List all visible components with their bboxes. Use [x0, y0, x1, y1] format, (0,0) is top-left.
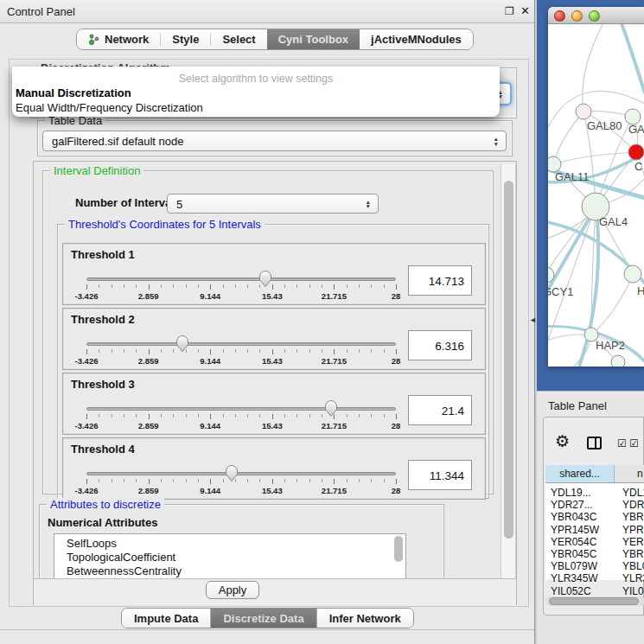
node-h[interactable]	[624, 265, 641, 283]
slider-tick	[284, 284, 285, 288]
table-row[interactable]: YBR045C	[551, 548, 596, 560]
tab-jactivemnodules[interactable]: jActiveMNodules	[360, 29, 473, 49]
table-row[interactable]: YER0	[622, 536, 644, 548]
close-traffic-light-icon[interactable]	[554, 10, 565, 22]
slider-track[interactable]	[86, 407, 396, 411]
threshold-value-field[interactable]: 11.344	[408, 460, 472, 490]
table-row[interactable]: YLR345W	[551, 572, 598, 584]
float-window-icon[interactable]: ❐	[505, 5, 514, 17]
table-row[interactable]: YIL052C	[551, 585, 591, 597]
tick-label: 2.859	[127, 356, 170, 366]
slider-tick	[149, 479, 150, 484]
threshold-label: Threshold 3	[71, 378, 135, 391]
table-row[interactable]: YPR1	[622, 524, 644, 536]
slider-tick	[198, 349, 199, 353]
slider-thumb[interactable]	[324, 399, 338, 418]
slider-tick	[384, 349, 385, 353]
tick-label: 15.43	[251, 421, 294, 430]
slider-track[interactable]	[86, 472, 396, 475]
table-row[interactable]: YDR2	[622, 499, 644, 511]
tab-select[interactable]: Select	[211, 29, 266, 49]
slider-track[interactable]	[86, 277, 396, 281]
table-row[interactable]: YBR0	[622, 511, 644, 523]
checkbox-icon[interactable]: ☑	[629, 438, 639, 449]
table-row[interactable]: YBL0	[622, 560, 644, 572]
gear-icon[interactable]: ⚙	[555, 433, 570, 450]
table-horizontal-scrollbar[interactable]	[545, 596, 644, 606]
tab-infer-network[interactable]: Infer Network	[317, 609, 413, 628]
list-item[interactable]: SelfLoops	[67, 537, 117, 551]
network-edge[interactable]	[553, 112, 583, 164]
thresholds-group: Threshold's Coordinates for 5 Intervals …	[57, 224, 489, 499]
table-row[interactable]: YER054C	[551, 536, 596, 548]
minimize-traffic-light-icon[interactable]	[571, 10, 583, 22]
node-table[interactable]: shared...nYDL19...YDL1YDR27...YDR2YBR043…	[545, 465, 644, 580]
attributes-group: Attributes to discretize Numerical Attri…	[39, 504, 444, 578]
tab-style[interactable]: Style	[161, 29, 210, 49]
threshold-value-field[interactable]: 6.316	[408, 330, 472, 360]
table-panel-title: Table Panel	[548, 399, 607, 412]
table-row[interactable]: YIL0	[622, 585, 644, 597]
slider-tick	[296, 414, 297, 418]
network-edge[interactable]	[553, 152, 636, 164]
network-window-titlebar[interactable]	[548, 7, 644, 24]
table-row[interactable]: YDL1	[622, 487, 644, 499]
slider-thumb[interactable]	[225, 464, 239, 482]
list-item[interactable]: BetweennessCentrality	[67, 564, 182, 578]
numerical-attributes-label: Numerical Attributes	[48, 516, 157, 529]
threshold-row: Threshold 1-3.4262.8599.14415.4321.71528…	[62, 243, 486, 305]
node-bottom[interactable]	[611, 355, 625, 367]
threshold-value-field[interactable]: 21.4	[408, 395, 472, 425]
network-edge[interactable]	[583, 24, 605, 112]
network-canvas[interactable]: GAL80GACGAL11GAL4GCY1HHAP2	[548, 24, 644, 367]
slider-tick	[223, 349, 224, 353]
table-row[interactable]: YDR27...	[551, 499, 593, 511]
slider-tick	[359, 349, 360, 353]
node-gal80[interactable]	[576, 104, 591, 119]
list-item[interactable]: TopologicalCoefficient	[67, 551, 175, 564]
tab-cyni-toolbox[interactable]: Cyni Toolbox	[267, 29, 360, 49]
network-edge[interactable]	[620, 24, 644, 93]
slider-track[interactable]	[86, 342, 396, 346]
tick-label: 21.715	[312, 291, 355, 301]
table-row[interactable]: YPR145W	[551, 524, 599, 536]
slider-thumb[interactable]	[175, 335, 189, 353]
table-panel-titlebar[interactable]: Table Panel	[537, 391, 644, 416]
dropdown-option-manual-discretization[interactable]: Manual Discretization	[16, 86, 131, 99]
slider-tick	[284, 414, 285, 418]
settings-vertical-scrollbar[interactable]	[501, 164, 516, 578]
table-row[interactable]: YBR0	[622, 548, 644, 560]
dropdown-option-equal-width[interactable]: Equal Width/Frequency Discretization	[16, 101, 203, 114]
slider-tick	[112, 414, 112, 418]
table-row[interactable]: YLR3	[622, 572, 644, 584]
apply-button[interactable]: Apply	[206, 581, 259, 599]
scrollbar-thumb[interactable]	[504, 181, 513, 539]
tab-discretize-data[interactable]: Discretize Data	[211, 609, 316, 628]
tab-label: jActiveMNodules	[371, 33, 462, 46]
group-title: Interval Definition	[50, 164, 143, 177]
scrollbar-thumb[interactable]	[549, 597, 639, 605]
node-red[interactable]	[628, 144, 644, 160]
slider-tick	[223, 479, 224, 482]
column-header-name[interactable]: n	[615, 465, 644, 483]
slider-tick	[161, 284, 162, 288]
close-icon[interactable]: ✕	[520, 4, 530, 17]
table-row[interactable]: YBL079W	[551, 560, 597, 572]
attributes-list[interactable]: SelfLoopsTopologicalCoefficientBetweenne…	[54, 533, 406, 578]
list-scrollbar[interactable]	[394, 536, 403, 562]
num-intervals-combobox[interactable]: 5 ▲▼	[167, 194, 379, 214]
tab-network[interactable]: Network	[77, 29, 160, 49]
zoom-traffic-light-icon[interactable]	[589, 10, 600, 22]
checkbox-icon[interactable]: ☑	[617, 438, 627, 449]
tab-impute-data[interactable]: Impute Data	[122, 609, 211, 628]
split-columns-icon[interactable]	[587, 437, 602, 450]
table-row[interactable]: YDL19...	[551, 487, 591, 499]
threshold-value-field[interactable]: 14.713	[408, 265, 472, 296]
slider-tick	[309, 349, 310, 353]
control-panel-titlebar[interactable]: Control Panel ❐ ✕	[0, 0, 534, 23]
table-row[interactable]: YBR043C	[551, 511, 596, 523]
num-intervals-label: Number of Intervals	[75, 196, 181, 209]
column-header-shared-name[interactable]: shared...	[545, 465, 615, 483]
table-data-combobox[interactable]: galFiltered.sif default node ▲▼	[42, 131, 507, 151]
network-window[interactable]: GAL80GACGAL11GAL4GCY1HHAP2	[548, 7, 644, 367]
